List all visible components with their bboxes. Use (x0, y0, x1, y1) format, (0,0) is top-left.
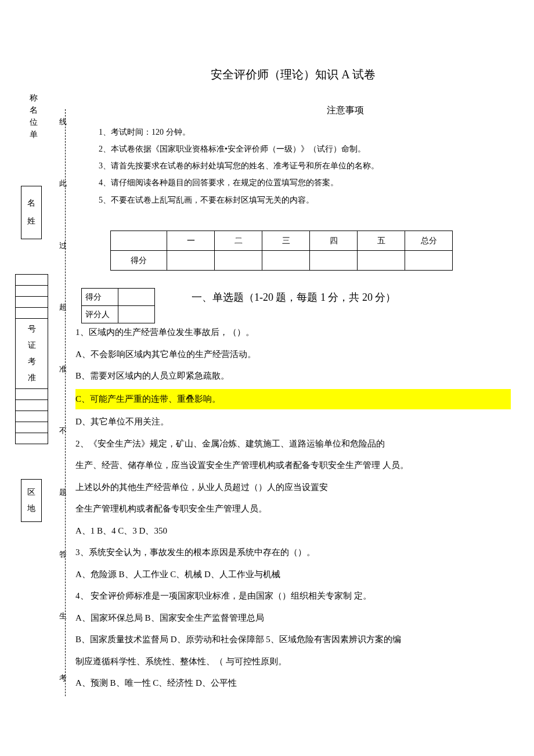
total-score-table: 一 二 三 四 五 总分 得分 (110, 231, 453, 271)
q3-stem: 3、系统安全认为，事故发生的根本原因是系统中存在的（）。 (75, 543, 511, 562)
seal-char: 此 (59, 177, 67, 190)
q2-line: 2、《安全生产法》规定，矿山、金属冶炼、建筑施工、道路运输单位和危险品的 (75, 435, 511, 453)
seal-char: 准 (59, 362, 67, 376)
seal-char: 生 (59, 609, 67, 622)
section1-heading: 一、单选题（1-20 题，每题 1 分，共 20 分） (192, 288, 511, 307)
q3-options: A、危险源 B、人工作业 C、机械 D、人工作业与机械 (75, 566, 511, 584)
seal-char: 过 (59, 239, 67, 252)
score-row-label: 得分 (111, 250, 167, 270)
questions-block: 1、区域内的生产经营单位发生事故后，（）。 A、不会影响区域内其它单位的生产经营… (75, 323, 511, 693)
notice-item: 1、考试时间：120 分钟。 (99, 125, 511, 139)
section-score-table: 得分 评分人 (81, 288, 155, 323)
q1-stem: 1、区域内的生产经营单位发生事故后，（）。 (75, 323, 511, 342)
notice-item: 4、请仔细阅读各种题目的回答要求，在规定的位置填写您的答案。 (99, 175, 511, 190)
q2-line: 全生产管理机构或者配备专职安全生产管理人员。 (75, 500, 511, 519)
q1-option-c-highlighted: C、可能产生严重的连带、重叠影响。 (75, 389, 511, 410)
q2-line: 生产、经营、储存单位，应当设置安全生产管理机构或者配备专职安全生产管理 人员。 (75, 456, 511, 475)
seal-char: 不 (59, 424, 67, 437)
q5-line: 制应遵循科学性、系统性、整体性、（ 与可控性原则。 (75, 653, 511, 671)
exam-title: 安全评价师（理论）知识 A 试卷 (75, 64, 511, 85)
notice-item: 2、本试卷依据《国家职业资格标准•安全评价师（一级）》（试行）命制。 (99, 142, 511, 156)
seal-char: 超 (59, 300, 67, 314)
notice-item: 3、请首先按要求在试卷的标封处填写您的姓名、准考证号和所在单位的名称。 (99, 159, 511, 173)
q5-options: A、预测 B、唯一性 C、经济性 D、公平性 (75, 674, 511, 693)
notice-list: 1、考试时间：120 分钟。 2、本试卷依据《国家职业资格标准•安全评价师（一级… (99, 125, 511, 207)
seal-char: 答 (59, 548, 67, 561)
seal-char: 题 (59, 485, 67, 499)
notice-item: 5、不要在试卷上乱写乱画，不要在标封区填写无关的内容。 (99, 193, 511, 207)
q4-options-line1: A、国家环保总局 B、国家安全生产监督管理总局 (75, 609, 511, 628)
q2-line: 上述以外的其他生产经营单位，从业人员超过（）人的应当设置安 (75, 478, 511, 497)
exam-id-label: 号 证 考 准 (15, 319, 48, 388)
q4-options-line2: B、国家质量技术监督局 D、原劳动和社会保障部 5、区域危险有害因素辨识方案的编 (75, 631, 511, 649)
exam-id-boxes-top[interactable] (15, 274, 48, 319)
seal-line-labels: 线 此 过 超 准 不 题 答 生 考 (59, 109, 67, 696)
q1-option-b: B、需要对区域内的人员立即紧急疏散。 (75, 367, 511, 386)
exam-id-boxes-bottom[interactable] (15, 388, 48, 444)
q1-option-a: A、不会影响区域内其它单位的生产经营活动。 (75, 345, 511, 364)
seal-char: 线 (59, 115, 67, 128)
q1-option-d: D、其它单位不用关注。 (75, 413, 511, 431)
unit-label: 称 名 位 单 (12, 92, 55, 141)
seal-char: 考 (59, 671, 67, 685)
region-box[interactable]: 区 地 (21, 479, 42, 522)
q4-stem: 4、 安全评价师标准是一项国家职业标准，是由国家（）组织相关专家制 定。 (75, 587, 511, 606)
q2-options: A、1 B、4 C、3 D、350 (75, 522, 511, 541)
name-box[interactable]: 名 姓 (21, 186, 42, 239)
candidate-info-column: 称 名 位 单 名 姓 号 证 考 准 区 地 (12, 87, 55, 522)
notice-heading: 注意事项 (75, 102, 511, 119)
